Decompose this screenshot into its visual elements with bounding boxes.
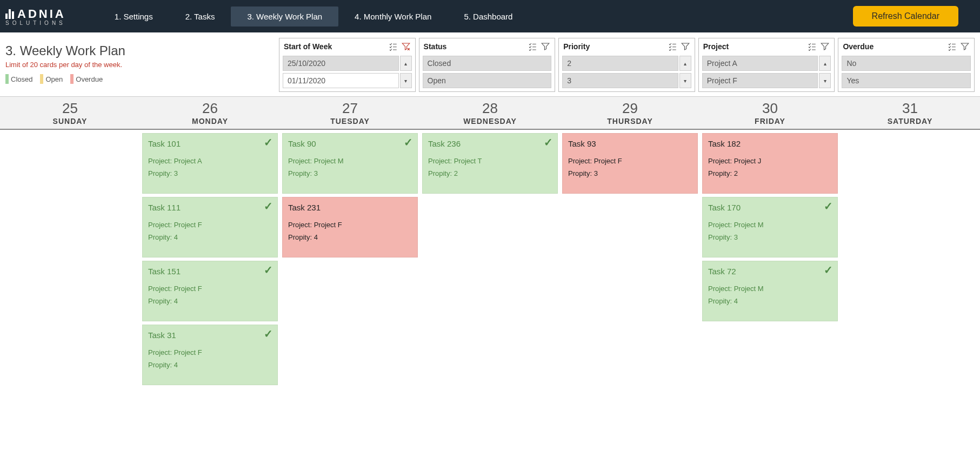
day-name: SATURDAY [840, 117, 980, 126]
day-header: 30FRIDAY [700, 97, 840, 129]
spin-up-icon[interactable]: ▴ [819, 56, 831, 71]
nav-monthly[interactable]: 4. Monthly Work Plan [338, 6, 448, 27]
task-priority: Propity: 2 [428, 169, 552, 177]
task-priority: Propity: 4 [148, 297, 272, 305]
day-header: 26MONDAY [140, 97, 280, 129]
task-card[interactable]: ✓Task 111Project: Project FPropity: 4 [142, 197, 278, 257]
day-header: 29THURSDAY [560, 97, 700, 129]
filter-label: Priority [563, 42, 590, 51]
start-week-value-2[interactable]: 01/11/2020 [283, 73, 399, 88]
filter-overdue: Overdue No Yes [838, 38, 975, 92]
brand-logo: ADNIA SOLUTIONS [5, 7, 66, 26]
task-card[interactable]: ✓Task 72Project: Project MPropity: 4 [702, 261, 838, 321]
filter-icon[interactable] [681, 42, 690, 51]
project-value-1[interactable]: Project A [702, 56, 818, 71]
task-name: Task 151 [148, 267, 272, 276]
day-column [840, 130, 980, 388]
day-name: FRIDAY [700, 117, 840, 126]
day-number: 28 [420, 100, 560, 117]
filter-priority: Priority 2 ▴ 3 ▾ [558, 38, 695, 92]
filter-project: Project Project A ▴ Project F ▾ [698, 38, 835, 92]
top-nav: ADNIA SOLUTIONS 1. Settings 2. Tasks 3. … [0, 0, 980, 32]
multiselect-icon[interactable] [947, 42, 957, 51]
refresh-calendar-button[interactable]: Refresh Calendar [853, 6, 958, 27]
filter-icon[interactable] [820, 42, 830, 51]
start-week-value-1[interactable]: 25/10/2020 [283, 56, 399, 71]
task-card[interactable]: ✓Task 151Project: Project FPropity: 4 [142, 261, 278, 321]
task-card[interactable]: ✓Task 170Project: Project MPropity: 3 [702, 197, 838, 257]
task-card[interactable]: ✓Task 90Project: Project MPropity: 3 [282, 133, 418, 194]
task-name: Task 111 [148, 203, 272, 212]
task-card[interactable]: Task 182Project: Project JPropity: 2 [702, 133, 838, 194]
day-header: 28WEDNESDAY [420, 97, 560, 129]
task-project: Project: Project A [148, 157, 272, 165]
day-column: ✓Task 90Project: Project MPropity: 3Task… [280, 130, 420, 388]
day-number: 31 [840, 100, 980, 117]
task-name: Task 182 [708, 139, 832, 148]
task-card[interactable]: Task 93Project: Project FPropity: 3 [562, 133, 698, 194]
task-project: Project: Project M [708, 285, 832, 293]
nav-settings[interactable]: 1. Settings [98, 6, 169, 27]
page-title: 3. Weekly Work Plan [5, 43, 276, 58]
task-project: Project: Project F [568, 157, 692, 165]
task-priority: Propity: 3 [288, 169, 412, 177]
spin-down-icon[interactable]: ▾ [400, 73, 412, 88]
task-priority: Propity: 4 [288, 233, 412, 241]
task-project: Project: Project F [148, 348, 272, 356]
nav-tasks[interactable]: 2. Tasks [169, 6, 231, 27]
multiselect-icon[interactable] [528, 42, 537, 51]
filter-icon[interactable] [541, 42, 550, 51]
multiselect-icon[interactable] [807, 42, 817, 51]
check-icon: ✓ [264, 136, 273, 149]
task-card[interactable]: ✓Task 101Project: Project APropity: 3 [142, 133, 278, 194]
filter-status: Status Closed Open [419, 38, 556, 92]
task-card[interactable]: ✓Task 31Project: Project FPropity: 4 [142, 325, 278, 385]
filter-label: Start of Week [284, 42, 332, 51]
check-icon: ✓ [264, 263, 273, 276]
spin-up-icon[interactable]: ▴ [679, 56, 691, 71]
spin-down-icon[interactable]: ▾ [819, 73, 831, 88]
task-name: Task 231 [288, 203, 412, 212]
spin-down-icon[interactable]: ▾ [679, 73, 691, 88]
task-card[interactable]: ✓Task 236Project: Project TPropity: 2 [422, 133, 558, 194]
filter-icon[interactable] [960, 42, 970, 51]
clear-filter-icon[interactable] [401, 42, 411, 51]
legend-overdue: Overdue [70, 74, 103, 84]
task-project: Project: Project T [428, 157, 552, 165]
calendar-body: ✓Task 101Project: Project APropity: 3✓Ta… [0, 130, 980, 388]
check-icon: ✓ [264, 200, 273, 213]
day-column: ✓Task 236Project: Project TPropity: 2 [420, 130, 560, 388]
task-priority: Propity: 2 [708, 169, 832, 177]
nav-dashboard[interactable]: 5. Dashboard [448, 6, 529, 27]
task-priority: Propity: 4 [148, 233, 272, 241]
day-column [0, 130, 140, 388]
task-project: Project: Project J [708, 157, 832, 165]
task-name: Task 93 [568, 139, 692, 148]
project-value-2[interactable]: Project F [702, 73, 818, 88]
brand-sub: SOLUTIONS [5, 20, 66, 26]
status-value-1[interactable]: Closed [423, 56, 552, 71]
day-name: MONDAY [140, 117, 280, 126]
day-header: 31SATURDAY [840, 97, 980, 129]
overdue-value-1[interactable]: No [842, 56, 971, 71]
priority-value-2[interactable]: 3 [562, 73, 678, 88]
day-column: ✓Task 101Project: Project APropity: 3✓Ta… [140, 130, 280, 388]
day-number: 29 [560, 100, 700, 117]
day-name: THURSDAY [560, 117, 700, 126]
multiselect-icon[interactable] [668, 42, 677, 51]
task-priority: Propity: 3 [708, 233, 832, 241]
legend-open: Open [40, 74, 63, 84]
nav-weekly[interactable]: 3. Weekly Work Plan [231, 6, 338, 27]
task-name: Task 236 [428, 139, 552, 148]
task-project: Project: Project F [288, 221, 412, 229]
task-card[interactable]: Task 231Project: Project FPropity: 4 [282, 197, 418, 257]
status-value-2[interactable]: Open [423, 73, 552, 88]
multiselect-icon[interactable] [388, 42, 398, 51]
spin-up-icon[interactable]: ▴ [400, 56, 412, 71]
filters: Start of Week 25/10/2020 ▴ 01/11/2020 ▾ … [279, 38, 975, 92]
filter-label: Overdue [843, 42, 874, 51]
priority-value-1[interactable]: 2 [562, 56, 678, 71]
day-number: 30 [700, 100, 840, 117]
filter-label: Status [424, 42, 447, 51]
overdue-value-2[interactable]: Yes [842, 73, 971, 88]
